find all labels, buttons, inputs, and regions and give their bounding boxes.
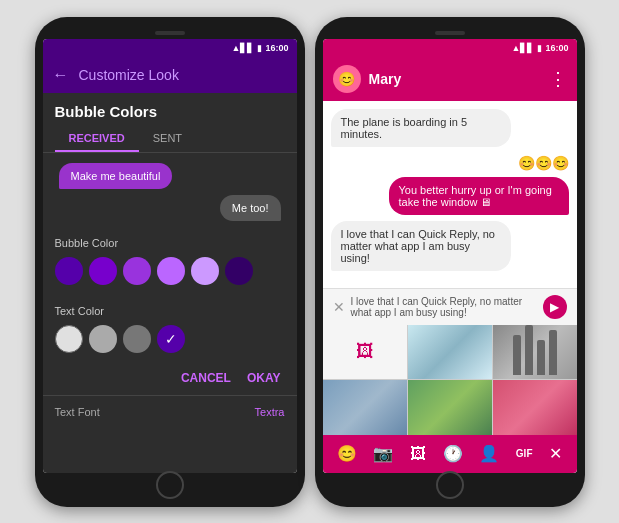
bubble-color-3[interactable] [123,257,151,285]
quick-reply-text: I love that I can Quick Reply, no matter… [351,296,537,318]
chimney-3 [537,340,545,375]
menu-dots-icon[interactable]: ⋮ [549,68,567,90]
chimney-2 [525,325,533,375]
quick-reply-box: ✕ I love that I can Quick Reply, no matt… [323,288,577,325]
text-font-value[interactable]: Textra [255,406,285,418]
bottom-toolbar: 😊 📷 🖼 🕐 👤 GIF ✕ [323,435,577,473]
bubble-color-section: Bubble Color [43,231,297,301]
home-button[interactable] [156,471,184,499]
tabs-row: RECEIVED SENT [43,126,297,153]
photo-cell-house[interactable] [323,380,407,435]
right-sensor [435,31,465,35]
image-toolbar-icon[interactable]: 🖼 [410,445,426,463]
photo-cell-industrial[interactable] [493,325,577,380]
battery-icon: ▮ [257,43,262,53]
text-color-gray[interactable] [123,325,151,353]
message-3-text: You better hurry up or I'm going take th… [399,184,552,208]
quick-reply-close-icon[interactable]: ✕ [333,299,345,315]
chimney-4 [549,330,557,375]
chimney-1 [513,335,521,375]
message-1: The plane is boarding in 5 minutes. [331,109,511,147]
tab-received[interactable]: RECEIVED [55,126,139,152]
check-icon: ✓ [165,331,177,347]
bubble-preview-area: Make me beautiful Me too! [43,153,297,231]
contact-name: Mary [369,71,549,87]
right-signal-icon: ▲▋▋ [512,43,535,53]
emoji-text: 😊😊😊 [518,155,569,171]
tab-sent[interactable]: SENT [139,126,196,152]
text-font-label: Text Font [55,406,100,418]
gif-label[interactable]: GIF [516,448,533,459]
message-1-text: The plane is boarding in 5 minutes. [341,116,468,140]
bubble-color-2[interactable] [89,257,117,285]
photo-placeholder-icon: 🖼 [356,341,374,362]
left-phone: ▲▋▋ ▮ 16:00 ← Customize Look Bubble Colo… [35,17,305,507]
cancel-button[interactable]: CANCEL [181,371,231,385]
emoji-message: 😊😊😊 [518,155,569,171]
back-bar[interactable]: ← Customize Look [43,57,297,93]
right-phone-screen: ▲▋▋ ▮ 16:00 😊 Mary ⋮ The plane i [323,39,577,473]
person-toolbar-icon[interactable]: 👤 [479,444,499,463]
phones-container: ▲▋▋ ▮ 16:00 ← Customize Look Bubble Colo… [35,17,585,507]
bubble-color-4[interactable] [157,257,185,285]
left-status-bar: ▲▋▋ ▮ 16:00 [43,39,297,57]
bubble-color-6[interactable] [225,257,253,285]
camera-toolbar-icon[interactable]: 📷 [373,444,393,463]
right-status-bar: ▲▋▋ ▮ 16:00 [323,39,577,57]
text-color-light-gray[interactable] [89,325,117,353]
message-4: I love that I can Quick Reply, no matter… [331,221,511,271]
right-phone-top [323,29,577,37]
photo-grid[interactable]: 🖼 [323,325,577,435]
text-color-circles: ✓ [55,325,285,353]
bubble-color-1[interactable] [55,257,83,285]
right-status-icons: ▲▋▋ ▮ 16:00 [512,43,569,53]
text-color-white[interactable] [55,325,83,353]
right-time: 16:00 [545,43,568,53]
message-4-text: I love that I can Quick Reply, no matter… [341,228,495,264]
photo-cell-snow[interactable] [408,325,492,380]
left-phone-screen: ▲▋▋ ▮ 16:00 ← Customize Look Bubble Colo… [43,39,297,473]
photo-cell-palm[interactable] [408,380,492,435]
bubble-color-circles [55,257,285,285]
text-color-label: Text Color [55,305,285,317]
preview-row: Make me beautiful [55,163,285,195]
emoji-toolbar-icon[interactable]: 😊 [337,444,357,463]
text-color-section: Text Color ✓ [43,301,297,357]
send-icon: ▶ [550,300,559,314]
left-time: 16:00 [265,43,288,53]
avatar-emoji: 😊 [338,71,355,87]
photo-cell-icon[interactable]: 🖼 [323,325,407,380]
text-color-purple[interactable]: ✓ [157,325,185,353]
quick-reply-send-button[interactable]: ▶ [543,295,567,319]
bottom-bar: Text Font Textra [43,395,297,428]
clock-toolbar-icon[interactable]: 🕐 [443,444,463,463]
back-arrow-icon[interactable]: ← [53,66,69,84]
right-battery-icon: ▮ [537,43,542,53]
back-bar-title: Customize Look [79,67,179,83]
phone-bottom [43,475,297,495]
chat-messages: The plane is boarding in 5 minutes. 😊😊😊 … [323,101,577,288]
status-icons: ▲▋▋ ▮ 16:00 [232,43,289,53]
phone-top-sensor [43,29,297,37]
bubble-color-5[interactable] [191,257,219,285]
right-home-button[interactable] [436,471,464,499]
chat-header: 😊 Mary ⋮ [323,57,577,101]
message-3: You better hurry up or I'm going take th… [389,177,569,215]
industrial-detail [493,325,577,380]
sensor [155,31,185,35]
left-screen-content: ← Customize Look Bubble Colors RECEIVED … [43,57,297,473]
bubble-color-label: Bubble Color [55,237,285,249]
close-toolbar-icon[interactable]: ✕ [549,444,562,463]
right-phone-bottom [323,475,577,495]
right-screen-content: 😊 Mary ⋮ The plane is boarding in 5 minu… [323,57,577,473]
right-phone: ▲▋▋ ▮ 16:00 😊 Mary ⋮ The plane i [315,17,585,507]
received-bubble-preview: Make me beautiful [59,163,173,189]
preview-row-sent: Me too! [55,195,285,221]
avatar: 😊 [333,65,361,93]
dialog-actions: CANCEL OKAY [43,361,297,395]
sent-bubble-preview: Me too! [220,195,281,221]
okay-button[interactable]: OKAY [247,371,281,385]
wifi-signal-icon: ▲▋▋ [232,43,255,53]
photo-cell-flower[interactable] [493,380,577,435]
bubble-colors-title: Bubble Colors [43,93,297,126]
